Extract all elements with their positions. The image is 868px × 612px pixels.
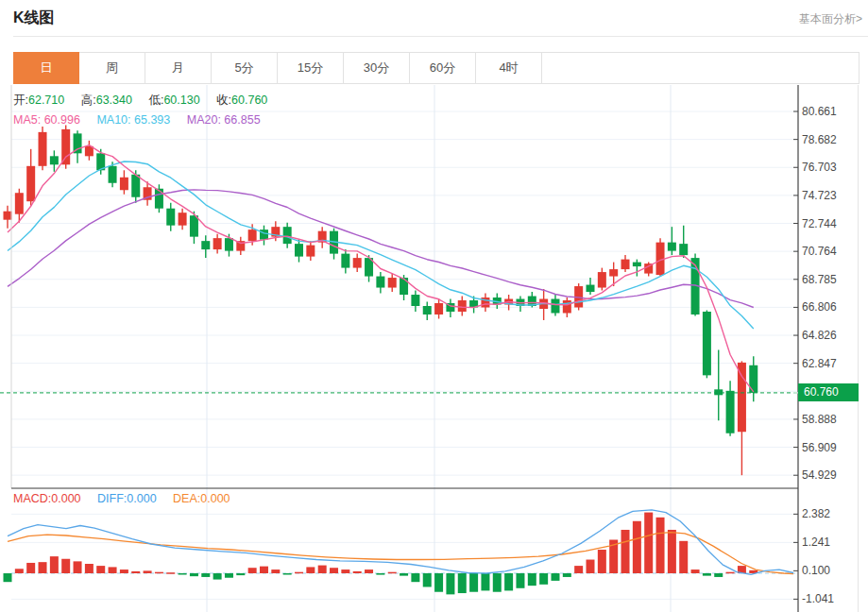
price-axis-label: 80.661 [802,105,837,118]
price-axis-label: 62.847 [802,357,837,370]
price-axis-label: 70.764 [802,245,837,258]
tab-4hour[interactable]: 4时 [476,53,542,83]
macd-axis-label: 0.100 [802,564,830,577]
ma-readout: MA5: 60.996 MA10: 65.393 MA20: 66.855 [13,113,274,127]
header-divider [13,36,868,37]
price-axis-label: 64.826 [802,329,837,342]
diff-value-readout: DIFF:0.000 [97,492,157,505]
tab-week[interactable]: 周 [79,53,145,83]
kline-page: K线图 基本面分析> 日 周 月 5分 15分 30分 60分 4时 80.66… [0,0,868,612]
candle-body [4,212,12,220]
ma5-readout: MA5: 60.996 [13,113,80,127]
price-axis-label: 74.723 [802,189,837,202]
tab-15min[interactable]: 15分 [278,53,344,83]
macd-axis-label: 2.382 [802,507,830,520]
close-label: 收: [216,94,231,107]
tab-day[interactable]: 日 [13,52,79,84]
price-axis-label: 76.703 [802,161,837,174]
macd-axis-label: -1.041 [802,592,834,605]
dea-value-readout: DEA:0.000 [173,492,230,505]
ma10-readout: MA10: 65.393 [96,113,170,127]
macd-readout: MACD:0.000 DIFF:0.000 DEA:0.000 [13,492,244,505]
kline-plot-hover-area[interactable] [11,85,798,612]
macd-bar [4,573,12,582]
tab-month[interactable]: 月 [145,53,212,83]
ohlc-readout: 开:62.710 高:63.340 低:60.130 收:60.760 [13,93,281,109]
tab-5min[interactable]: 5分 [212,53,278,83]
price-axis-label: 66.806 [802,300,837,314]
low-label: 低: [148,94,163,107]
fundamental-analysis-link[interactable]: 基本面分析> [799,11,862,27]
price-axis-label: 54.929 [802,468,837,482]
period-tab-bar: 日 周 月 5分 15分 30分 60分 4时 [13,52,859,84]
ma20-readout: MA20: 66.855 [187,113,261,127]
low-value: 60.130 [163,94,199,107]
macd-value-readout: MACD:0.000 [13,492,81,505]
macd-axis-label: 1.241 [802,536,830,549]
price-axis-label: 68.785 [802,273,837,286]
tab-bar-filler [542,53,859,83]
kline-svg[interactable]: 80.66178.68276.70374.72372.74470.76468.7… [0,85,868,612]
price-axis-label: 58.888 [802,413,837,426]
high-value: 63.340 [96,94,132,107]
tab-30min[interactable]: 30分 [344,53,410,83]
open-label: 开: [13,94,28,107]
price-axis-label: 72.744 [802,217,837,230]
high-label: 高: [81,94,96,107]
price-axis-label: 78.682 [802,133,837,146]
price-axis-label: 56.909 [802,441,837,454]
current-price-tag: 60.760 [798,383,859,401]
page-title: K线图 [13,8,55,28]
close-value: 60.760 [231,94,267,107]
open-value: 62.710 [28,94,64,107]
tab-60min[interactable]: 60分 [410,53,476,83]
